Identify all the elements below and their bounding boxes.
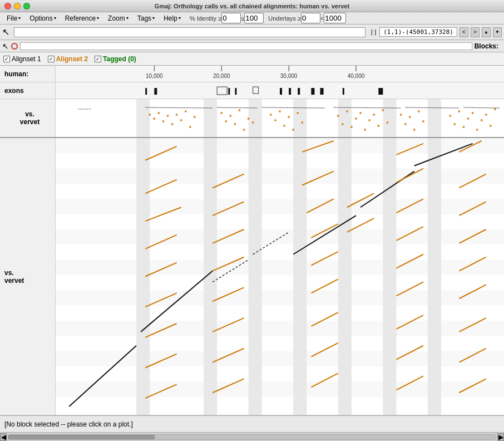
svg-rect-103 bbox=[56, 290, 504, 305]
svg-rect-19 bbox=[343, 88, 344, 95]
svg-point-83 bbox=[462, 126, 465, 128]
svg-point-52 bbox=[248, 117, 250, 120]
svg-rect-9 bbox=[154, 88, 157, 95]
svg-point-69 bbox=[368, 119, 370, 121]
svg-point-54 bbox=[270, 114, 272, 116]
svg-text:10,000: 10,000 bbox=[146, 73, 163, 79]
legend-alignset1[interactable]: ✓ Alignset 1 bbox=[3, 55, 41, 63]
svg-point-68 bbox=[364, 129, 366, 131]
menu-help[interactable]: Help ▾ bbox=[159, 13, 185, 23]
svg-rect-14 bbox=[280, 88, 282, 95]
main-dot-plot[interactable] bbox=[56, 138, 504, 415]
identity-label: % Identity ≥ bbox=[190, 15, 221, 22]
svg-rect-11 bbox=[228, 88, 230, 95]
nav-up-button[interactable]: ▲ bbox=[482, 27, 491, 37]
menu-tags[interactable]: Tags ▾ bbox=[133, 13, 159, 23]
svg-rect-105 bbox=[56, 351, 504, 366]
svg-point-35 bbox=[149, 114, 151, 116]
scroll-track[interactable] bbox=[8, 434, 496, 440]
svg-point-74 bbox=[400, 114, 402, 116]
exons-label: exons bbox=[0, 82, 56, 99]
svg-point-62 bbox=[337, 115, 339, 117]
svg-rect-98 bbox=[56, 138, 504, 153]
svg-rect-8 bbox=[145, 88, 147, 95]
svg-point-73 bbox=[386, 121, 388, 124]
tagged-label: Tagged (0) bbox=[103, 55, 136, 63]
svg-point-41 bbox=[176, 114, 178, 116]
svg-point-59 bbox=[292, 129, 294, 131]
svg-rect-20 bbox=[378, 88, 383, 95]
svg-point-81 bbox=[453, 123, 456, 125]
svg-rect-99 bbox=[56, 169, 504, 184]
svg-point-37 bbox=[157, 112, 160, 114]
svg-rect-106 bbox=[56, 381, 504, 396]
svg-rect-17 bbox=[311, 88, 314, 95]
scroll-left-button[interactable]: ◀ bbox=[0, 433, 7, 441]
svg-point-58 bbox=[288, 116, 290, 118]
svg-point-38 bbox=[162, 120, 164, 122]
svg-point-86 bbox=[476, 129, 478, 131]
status-message: [No block selected -- please click on a … bbox=[4, 420, 133, 428]
chevron-down-icon: ▾ bbox=[152, 16, 155, 21]
svg-point-77 bbox=[413, 129, 416, 131]
legend-tagged[interactable]: ✓ Tagged (0) bbox=[95, 55, 136, 63]
title-bar: Gmaj: Orthology calls vs. all chained al… bbox=[0, 0, 504, 12]
main-plot-container: vs. vervet bbox=[0, 138, 504, 415]
svg-point-90 bbox=[494, 108, 496, 110]
underlays-max-input[interactable] bbox=[324, 13, 346, 23]
svg-point-46 bbox=[220, 112, 223, 114]
identity-max-input[interactable] bbox=[244, 13, 264, 23]
svg-point-44 bbox=[189, 126, 191, 128]
alignset1-checkbox[interactable]: ✓ bbox=[3, 56, 10, 62]
svg-rect-22 bbox=[204, 99, 217, 137]
blocks-label: Blocks: bbox=[475, 42, 502, 50]
svg-text:30,000: 30,000 bbox=[280, 73, 298, 79]
tagged-checkbox[interactable]: ✓ bbox=[95, 56, 101, 62]
scroll-thumb[interactable] bbox=[8, 435, 155, 439]
close-button[interactable] bbox=[4, 3, 11, 9]
scroll-right-button[interactable]: ▶ bbox=[497, 433, 504, 441]
menu-bar: File ▾ Options ▾ Reference ▾ Zoom ▾ Tags… bbox=[0, 12, 504, 24]
menu-reference[interactable]: Reference ▾ bbox=[61, 13, 103, 23]
svg-rect-101 bbox=[56, 229, 504, 244]
svg-point-61 bbox=[301, 121, 303, 124]
pointer-icon[interactable]: ↖ bbox=[2, 42, 9, 51]
svg-rect-24 bbox=[293, 99, 307, 137]
menu-options[interactable]: Options ▾ bbox=[25, 13, 60, 23]
svg-rect-21 bbox=[136, 99, 150, 137]
svg-rect-26 bbox=[383, 99, 396, 137]
nav-left-button[interactable]: < bbox=[459, 27, 468, 37]
svg-point-36 bbox=[153, 117, 155, 120]
svg-point-45 bbox=[194, 116, 196, 118]
svg-point-79 bbox=[422, 120, 424, 122]
svg-rect-12 bbox=[235, 88, 236, 95]
position-bar[interactable] bbox=[14, 27, 365, 37]
main-plot-svg bbox=[56, 138, 504, 415]
menu-zoom[interactable]: Zoom ▾ bbox=[103, 13, 133, 23]
svg-point-84 bbox=[467, 117, 470, 120]
alignset2-checkbox[interactable]: ✓ bbox=[48, 56, 55, 62]
svg-point-56 bbox=[279, 110, 281, 112]
mini-label-line2: vervet bbox=[20, 118, 39, 126]
mini-dot-area[interactable] bbox=[56, 99, 504, 137]
svg-rect-100 bbox=[56, 199, 504, 214]
menu-file[interactable]: File ▾ bbox=[2, 13, 25, 23]
svg-point-55 bbox=[274, 119, 276, 121]
mini-plot-row: vs. vervet bbox=[0, 99, 504, 138]
underlays-min-input[interactable] bbox=[301, 13, 320, 23]
arrow-cursor-icon[interactable]: ↖ bbox=[2, 27, 9, 37]
minimize-button[interactable] bbox=[14, 3, 21, 9]
maximize-button[interactable] bbox=[23, 3, 30, 9]
chevron-down-icon: ▾ bbox=[54, 16, 56, 21]
main-label-line1: vs. bbox=[4, 269, 24, 277]
chevron-down-icon: ▾ bbox=[179, 16, 181, 21]
circle-tool-icon[interactable] bbox=[11, 43, 18, 50]
nav-down-button[interactable]: ▼ bbox=[493, 27, 502, 37]
legend-alignset2[interactable]: ✓ Alignset 2 bbox=[48, 55, 88, 63]
horizontal-scrollbar[interactable]: ◀ ▶ bbox=[0, 432, 504, 441]
nav-right-button[interactable]: > bbox=[471, 27, 480, 37]
svg-point-65 bbox=[350, 126, 353, 128]
svg-text:40,000: 40,000 bbox=[348, 73, 365, 79]
svg-point-85 bbox=[472, 112, 474, 114]
identity-min-input[interactable] bbox=[221, 13, 241, 23]
